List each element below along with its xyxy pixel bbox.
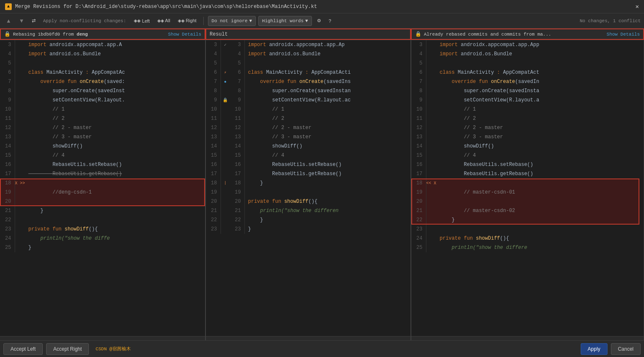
accept-left-button[interactable]: Accept Left	[3, 343, 43, 355]
line-number: 6	[411, 68, 426, 77]
line-code: showDiff()	[25, 142, 205, 151]
do-not-ignore-dropdown[interactable]: Do not ignore ▼	[208, 16, 256, 26]
line-code: showDiff()	[244, 142, 410, 151]
cancel-button[interactable]: Cancel	[611, 343, 641, 355]
table-row: 16 RebaseUtils.setRebase()	[0, 160, 205, 169]
line-number: 22	[230, 215, 244, 225]
line-code: import androidx.appcompat.app.A	[25, 40, 205, 49]
line-marker	[426, 59, 436, 68]
line-marker	[15, 96, 25, 105]
line-number: 20	[411, 197, 426, 206]
line-code: RebaseUtils.getRebase()	[244, 169, 410, 178]
header-center: Result	[205, 28, 411, 40]
line-code: // 3 - master	[244, 132, 410, 142]
table-row: 6 ⚡ 6 class MainActivity : AppCompatActi	[206, 68, 410, 77]
line-number: 4	[411, 49, 426, 59]
conflict-accept-marker-right[interactable]: << X	[426, 178, 436, 188]
table-row: 3 ✓ 3 import androidx.appcompat.app.Ap	[206, 40, 410, 49]
line-number: 9	[0, 96, 15, 105]
table-row: 16 16 RebaseUtils.setRebase()	[206, 160, 410, 169]
line-marker	[426, 151, 436, 160]
show-details-right[interactable]: Show Details	[607, 32, 640, 37]
left-button[interactable]: ◈◈ ◈◈ Left Left	[131, 16, 152, 26]
line-code: override fun onCreate(savedIn	[436, 77, 639, 86]
line-code: }	[25, 206, 205, 215]
line-number: 13	[206, 132, 221, 142]
line-number: 20	[0, 197, 15, 206]
table-row: 9 setContentView(R.layout.a	[411, 96, 639, 105]
line-code: // 2 - master	[25, 123, 205, 132]
table-row: 4 import android.os.Bundle	[0, 49, 205, 59]
line-marker	[426, 77, 436, 86]
table-row: 25 }	[0, 243, 205, 252]
line-number: 16	[0, 160, 15, 169]
line-code: RebaseUtils.setRebase()	[25, 160, 205, 169]
line-number: 3	[206, 40, 221, 49]
line-marker	[15, 123, 25, 132]
left-panel: 3 import androidx.appcompat.app.A 4 impo…	[0, 40, 205, 340]
merge-icon-button[interactable]: ⇄	[29, 16, 38, 26]
line-number: 6	[206, 68, 221, 77]
line-number: 21	[0, 206, 15, 215]
line-number: 22	[206, 215, 221, 225]
line-marker	[426, 142, 436, 151]
line-number: 21	[411, 206, 426, 215]
left-code-area[interactable]: 3 import androidx.appcompat.app.A 4 impo…	[0, 40, 205, 336]
line-code: private fun showDiff(){	[25, 225, 205, 234]
line-code: // 4	[25, 151, 205, 160]
separator-1	[203, 17, 204, 25]
right-scrollbar[interactable]	[411, 336, 644, 340]
table-row: 23	[411, 225, 639, 234]
line-number: 17	[230, 169, 244, 178]
line-number: 23	[0, 225, 15, 234]
right-code-area[interactable]: 3 import androidx.appcompat.app.App 4 im…	[411, 40, 644, 336]
table-row: 25 println("show the differe	[411, 243, 639, 252]
line-number: 20	[206, 197, 221, 206]
left-scrollbar[interactable]	[0, 336, 205, 340]
conflict-row: 19 //deng-csdn-1	[0, 188, 205, 197]
highlight-words-dropdown[interactable]: Highlight words ▼	[258, 16, 312, 26]
next-conflict-button[interactable]: ▼	[16, 16, 27, 26]
line-code	[436, 197, 639, 206]
line-number: 3	[411, 40, 426, 49]
table-row: 10 // 1	[0, 105, 205, 114]
line-code: setContentView(R.layout.a	[436, 96, 639, 105]
mid-gutter	[221, 160, 230, 169]
line-marker	[426, 197, 436, 206]
line-code: super.onCreate(savedInstan	[244, 86, 410, 96]
line-code: // master-csdn-02	[436, 206, 639, 215]
line-code: showDiff()	[436, 142, 639, 151]
line-number: 7	[206, 77, 221, 86]
accept-right-button[interactable]: Accept Right	[46, 343, 89, 355]
table-row: 14 showDiff()	[0, 142, 205, 151]
dropdown-arrow-icon: ▼	[249, 18, 252, 23]
settings-icon-button[interactable]: ⚙	[314, 16, 324, 26]
line-number: 13	[230, 132, 244, 142]
right-button[interactable]: ◈◈ Right	[175, 16, 199, 26]
close-button[interactable]: ✕	[636, 3, 639, 10]
help-button[interactable]: ?	[326, 16, 334, 26]
line-code: println("show the differen	[244, 206, 410, 215]
left-code-table: 3 import androidx.appcompat.app.A 4 impo…	[0, 40, 205, 252]
apply-non-conflicting-label: Apply non-conflicting changes:	[41, 16, 129, 26]
line-number: 11	[0, 114, 15, 123]
table-row: 8 super.onCreate(savedInsta	[411, 86, 639, 96]
conflict-accept-marker[interactable]: X >>	[15, 178, 25, 188]
line-number: 12	[0, 123, 15, 132]
apply-button[interactable]: Apply	[581, 343, 608, 355]
line-marker	[15, 59, 25, 68]
do-not-ignore-label: Do not ignore	[212, 18, 248, 23]
table-row: 18 | 18 }	[206, 178, 410, 188]
mid-gutter	[221, 197, 230, 206]
line-marker	[426, 68, 436, 77]
table-row: 4 4 import android.os.Bundle	[206, 49, 410, 59]
center-code-area[interactable]: 3 ✓ 3 import androidx.appcompat.app.Ap 4…	[206, 40, 410, 336]
line-code: import android.os.Bundle	[25, 49, 205, 59]
line-marker	[15, 234, 25, 243]
line-code: // master-csdn-01	[436, 188, 639, 197]
line-marker	[15, 40, 25, 49]
show-details-left[interactable]: Show Details	[168, 32, 201, 37]
center-scrollbar[interactable]	[206, 336, 410, 340]
prev-conflict-button[interactable]: ▲	[3, 16, 14, 26]
all-button[interactable]: ◈◈ All	[155, 16, 173, 26]
